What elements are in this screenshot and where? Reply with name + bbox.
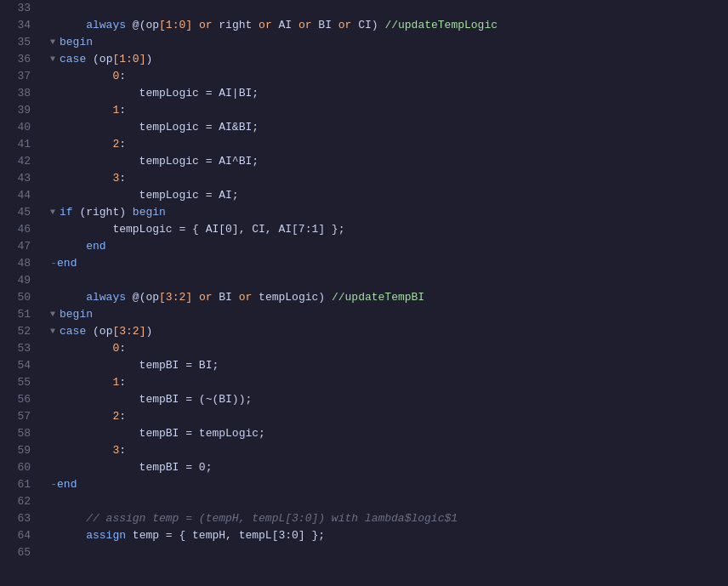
code-line: 0: [48,68,728,85]
code-line: 2: [48,136,728,153]
line-number: 45 [0,204,31,221]
line-number: 65 [0,544,31,561]
line-number: 61 [0,476,31,493]
code-line: tempLogic = { AI[0], CI, AI[7:1] }; [48,221,728,238]
line-number: 60 [0,459,31,476]
code-line: tempBI = tempLogic; [48,425,728,442]
code-line: 1: [48,102,728,119]
line-number: 53 [0,340,31,357]
code-line [48,493,728,510]
line-number: 34 [0,17,31,34]
fold-icon[interactable]: ▼ [48,54,58,65]
line-number: 35 [0,34,31,51]
code-line: tempBI = (~(BI)); [48,391,728,408]
code-line: tempBI = 0; [48,459,728,476]
code-line [48,0,728,17]
code-line: ▼ case (op[3:2]) [48,323,728,340]
line-number: 55 [0,374,31,391]
code-line: assign temp = { tempH, tempL[3:0] }; [48,527,728,544]
line-number: 56 [0,391,31,408]
line-number: 41 [0,136,31,153]
line-number: 39 [0,102,31,119]
line-number: 54 [0,357,31,374]
code-line: tempBI = BI; [48,357,728,374]
code-line: 2: [48,408,728,425]
fold-close-dash: - [48,476,57,493]
line-number: 64 [0,527,31,544]
line-number: 48 [0,255,31,272]
code-content[interactable]: always @(op[1:0] or right or AI or BI or… [39,0,728,586]
line-number: 44 [0,187,31,204]
fold-icon[interactable]: ▼ [48,327,58,337]
code-line: ▼begin [48,306,728,323]
line-number: 58 [0,425,31,442]
line-number: 33 [0,0,31,17]
code-line: tempLogic = AI^BI; [48,153,728,170]
code-line: 3: [48,170,728,187]
line-number: 50 [0,289,31,306]
code-line: -end [48,255,728,272]
line-number: 46 [0,221,31,238]
code-line: ▼ if (right) begin [48,204,728,221]
code-line: tempLogic = AI|BI; [48,85,728,102]
fold-icon[interactable]: ▼ [48,208,58,218]
line-number: 51 [0,306,31,323]
code-line: tempLogic = AI; [48,187,728,204]
line-number: 59 [0,442,31,459]
code-line: ▼begin [48,34,728,51]
code-line: tempLogic = AI&BI; [48,119,728,136]
line-number: 52 [0,323,31,340]
code-line: 0: [48,340,728,357]
code-line [48,272,728,289]
fold-icon[interactable]: ▼ [48,37,58,48]
code-line: always @(op[1:0] or right or AI or BI or… [48,17,728,34]
code-line: end [48,238,728,255]
line-number: 38 [0,85,31,102]
code-editor: 3334353637383940414243444546474849505152… [0,0,728,586]
line-number: 36 [0,51,31,68]
line-number: 40 [0,119,31,136]
line-number: 37 [0,68,31,85]
code-line [48,544,728,561]
line-number: 42 [0,153,31,170]
line-number: 43 [0,170,31,187]
code-line: // assign temp = (tempH, tempL[3:0]) wit… [48,510,728,527]
line-number: 63 [0,510,31,527]
code-line: 1: [48,374,728,391]
fold-close-dash: - [48,255,57,272]
line-number: 49 [0,272,31,289]
line-numbers: 3334353637383940414243444546474849505152… [0,0,39,586]
line-number: 57 [0,408,31,425]
fold-icon[interactable]: ▼ [48,310,58,320]
code-line: always @(op[3:2] or BI or tempLogic) //u… [48,289,728,306]
code-line: ▼ case (op[1:0]) [48,51,728,68]
code-line: 3: [48,442,728,459]
line-number: 47 [0,238,31,255]
code-line: -end [48,476,728,493]
line-number: 62 [0,493,31,510]
